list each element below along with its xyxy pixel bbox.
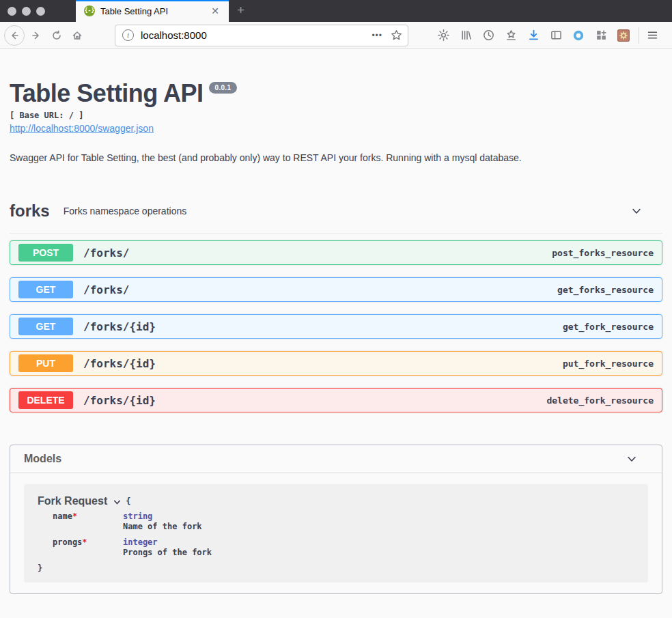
tag-description: Forks namespace operations	[64, 206, 187, 216]
new-tab-button[interactable]: +	[229, 0, 253, 22]
reload-icon	[51, 30, 62, 41]
history-clock-icon[interactable]	[482, 29, 494, 42]
op-path: /forks/	[83, 247, 129, 259]
download-icon[interactable]	[527, 29, 540, 42]
op-path: /forks/{id}	[83, 394, 156, 407]
site-info-icon[interactable]: i	[122, 29, 134, 41]
url-text[interactable]: localhost:8000	[141, 29, 372, 41]
window-controls	[0, 0, 53, 22]
op-id: get_forks_resource	[557, 285, 654, 295]
donut-extension-icon[interactable]	[572, 29, 585, 42]
toolbar-extension-icons	[437, 29, 630, 42]
close-window-button[interactable]	[8, 7, 16, 16]
forks-section-header[interactable]: forks Forks namespace operations	[10, 201, 662, 234]
library-icon[interactable]	[460, 29, 472, 42]
browser-navbar: i localhost:8000 •••	[0, 22, 672, 49]
op-id: get_fork_resource	[563, 322, 654, 332]
opblock-get-forks[interactable]: GET /forks/ get_forks_resource	[10, 277, 662, 302]
menu-icon[interactable]	[646, 29, 658, 42]
browser-tab[interactable]: {-} Table Setting API ✕	[76, 0, 229, 22]
opblock-put-fork[interactable]: PUT /forks/{id} put_fork_resource	[10, 351, 662, 376]
brace-close: }	[38, 563, 634, 573]
base-url: [ Base URL: / ]	[10, 111, 662, 120]
sun-extension-icon[interactable]	[437, 29, 449, 42]
model-name: Fork Request	[38, 495, 107, 507]
op-path: /forks/	[83, 283, 129, 296]
method-badge: GET	[18, 281, 73, 298]
back-button[interactable]	[4, 25, 25, 46]
tab-close-icon[interactable]: ✕	[208, 4, 222, 18]
method-badge: PUT	[18, 354, 73, 372]
toolbar-separator	[639, 27, 639, 44]
op-id: put_fork_resource	[563, 359, 654, 369]
opblock-delete-fork[interactable]: DELETE /forks/{id} delete_fork_resource	[10, 388, 662, 412]
minimize-window-button[interactable]	[22, 7, 31, 16]
method-badge: DELETE	[18, 391, 73, 409]
grid-extension-icon[interactable]	[595, 29, 607, 42]
page-title: Table Setting API0.0.1	[10, 79, 662, 108]
forward-button[interactable]	[26, 25, 46, 46]
property-description: Name of the fork	[123, 522, 202, 531]
models-header[interactable]: Models	[10, 445, 662, 473]
swagger-favicon-icon: {-}	[84, 5, 95, 16]
back-icon	[9, 30, 20, 41]
swagger-page: Table Setting API0.0.1 [ Base URL: / ] h…	[0, 79, 672, 594]
page-actions-icon[interactable]: •••	[372, 31, 382, 40]
model-properties: name* string Name of the fork prongs* in…	[53, 511, 634, 557]
model-fork-request: Fork Request { name* string Name of the …	[24, 484, 648, 582]
property-prongs: prongs* integer Prongs of the fork	[53, 537, 634, 557]
chevron-down-icon[interactable]	[113, 498, 122, 507]
url-bar[interactable]: i localhost:8000 •••	[115, 25, 408, 46]
forward-icon	[31, 30, 42, 41]
bookmarks-tray-icon[interactable]	[505, 29, 517, 42]
brace-open: {	[126, 496, 130, 506]
op-id: post_forks_resource	[552, 248, 654, 258]
required-star: *	[82, 537, 87, 547]
zoom-window-button[interactable]	[36, 7, 45, 16]
models-title: Models	[24, 453, 61, 465]
opblock-post-forks[interactable]: POST /forks/ post_forks_resource	[10, 240, 662, 265]
sidebar-icon[interactable]	[550, 29, 562, 42]
op-path: /forks/{id}	[83, 357, 156, 370]
models-section: Models Fork Request { name* string Name …	[10, 445, 662, 594]
spec-link[interactable]: http://localhost:8000/swagger.json	[10, 123, 154, 134]
browser-titlebar: {-} Table Setting API ✕ +	[0, 0, 672, 22]
bookmark-star-icon[interactable]	[391, 29, 402, 41]
reload-button[interactable]	[46, 25, 67, 46]
method-badge: GET	[18, 318, 73, 335]
tab-title: Table Setting API	[100, 6, 208, 16]
gear-extension-icon[interactable]	[617, 29, 630, 42]
op-id: delete_fork_resource	[546, 395, 654, 406]
chevron-down-icon[interactable]	[625, 452, 639, 466]
version-badge: 0.0.1	[209, 82, 238, 94]
op-path: /forks/{id}	[83, 320, 156, 333]
property-type: string	[123, 511, 202, 521]
chevron-down-icon[interactable]	[630, 204, 643, 218]
operations-list: POST /forks/ post_forks_resource GET /fo…	[10, 240, 662, 412]
tag-name: forks	[10, 201, 50, 221]
api-description: Swagger API for Table Setting, the best …	[10, 152, 662, 163]
opblock-get-fork[interactable]: GET /forks/{id} get_fork_resource	[10, 314, 662, 339]
property-name: name* string Name of the fork	[53, 511, 634, 531]
home-button[interactable]	[67, 25, 87, 46]
property-description: Prongs of the fork	[123, 548, 212, 557]
home-icon	[72, 30, 83, 41]
required-star: *	[72, 511, 77, 521]
property-type: integer	[123, 537, 212, 547]
method-badge: POST	[18, 244, 73, 262]
